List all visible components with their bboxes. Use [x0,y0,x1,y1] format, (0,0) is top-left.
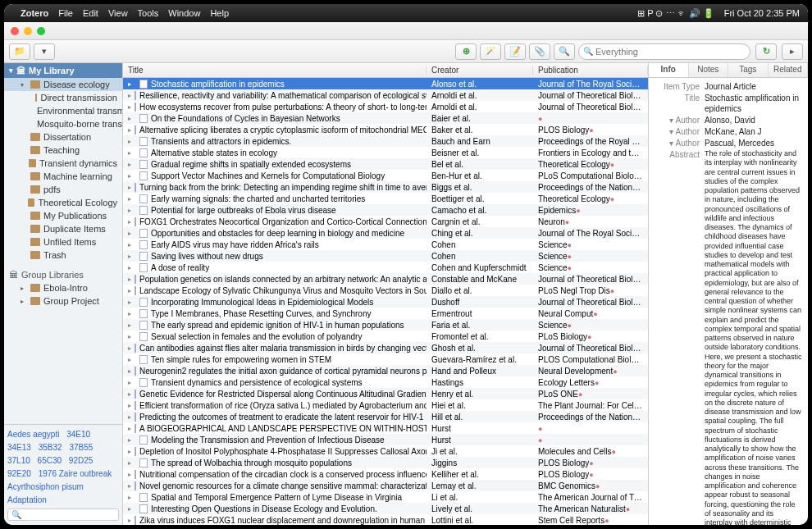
tag-item[interactable]: 37L10 [7,456,30,465]
advanced-search-button[interactable]: 🔍 [554,43,575,60]
inspector-tab-tags[interactable]: Tags [728,63,769,77]
item-row[interactable]: ▸Incorporating Immunological Ideas in Ep… [123,296,648,308]
tag-item[interactable]: 34E13 [7,443,31,452]
item-row[interactable]: ▸Population genetics on islands connecte… [123,273,648,285]
menu-tools[interactable]: Tools [138,8,159,18]
group-libraries-header[interactable]: 🏛 Group Libraries [4,268,122,281]
item-row[interactable]: ▸Efficient transformation of rice (Oryza… [123,399,648,411]
item-row[interactable]: ▸Neurogenin2 regulates the initial axon … [123,365,648,376]
status-icon[interactable]: 🔊 [689,8,700,18]
item-row[interactable]: ▸Resilience, reactivity and variability:… [123,89,648,101]
item-row[interactable]: ▸Potential for large outbreaks of Ebola … [123,204,648,216]
field-value[interactable]: Stochastic amplification in epidemics [705,93,803,114]
status-icon[interactable]: P [647,8,653,18]
collection-item[interactable]: Theoretical Ecology [4,196,122,209]
status-icon[interactable]: ᯤ [677,8,687,18]
tag-item[interactable]: 65C30 [38,456,62,465]
tag-item[interactable]: 34E10 [66,430,90,439]
field-value[interactable]: Journal Article [705,81,803,92]
field-value[interactable]: Pascual, Mercedes [705,138,803,148]
column-publication[interactable]: Publication [533,66,648,75]
item-row[interactable]: ▸Early warning signals: the charted and … [123,193,648,204]
minimize-window-icon[interactable] [24,27,32,35]
menu-file[interactable]: File [58,8,73,18]
attach-button[interactable]: 📎 [529,43,550,60]
item-row[interactable]: ▸Modeling the Transmission and Preventio… [123,434,648,445]
item-row[interactable]: ▸Alternative stable states in ecology Be… [123,147,648,158]
item-row[interactable]: ▸Transients and attractors in epidemics.… [123,135,648,147]
column-creator[interactable]: Creator [427,66,533,75]
collection-item[interactable]: Machine learning [4,170,122,183]
inspector-tab-notes[interactable]: Notes [689,63,729,77]
close-window-icon[interactable] [11,27,19,35]
group-item[interactable]: ▸Group Project [4,294,122,308]
item-row[interactable]: ▸Spatial and Temporal Emergence Pattern … [123,491,648,503]
tag-item[interactable]: Adaptation [7,495,47,504]
item-row[interactable]: ▸Depletion of Inositol Polyphosphate 4-P… [123,445,648,457]
item-row[interactable]: ▸The early spread and epidemic ignition … [123,319,648,331]
collection-item[interactable]: Duplicate Items [4,222,122,235]
status-icon[interactable]: ⋯ [666,8,675,18]
item-row[interactable]: ▸Nutritional compensation of the circadi… [123,468,648,480]
add-by-identifier-button[interactable]: 🪄 [480,43,501,60]
item-row[interactable]: ▸Type I Membranes, Phase Resetting Curve… [123,308,648,319]
collection-item[interactable]: Trash [4,249,122,262]
item-row[interactable]: ▸Interesting Open Questions in Disease E… [123,503,648,514]
item-row[interactable]: ▸Predicting the outcomes of treatment to… [123,411,648,422]
new-collection-button[interactable]: 📁 [9,43,30,60]
collection-item[interactable]: Dissertation [4,130,122,144]
inspector-tab-related[interactable]: Related [769,63,809,77]
group-item[interactable]: ▸Ebola-Intro [4,281,122,294]
new-item-button[interactable]: ⊕ [455,43,477,60]
tag-item[interactable]: 37B55 [69,443,93,452]
item-row[interactable]: ▸Zika virus induces FOXG1 nuclear displa… [123,514,648,525]
tag-item[interactable]: Aedes aegypti [7,430,59,439]
menu-help[interactable]: Help [210,8,229,18]
field-value[interactable]: McKane, Alan J [705,126,803,137]
item-row[interactable]: ▸A dose of reality Cohen and Kupferschmi… [123,262,648,273]
tag-item[interactable]: 35B32 [39,443,62,452]
item-row[interactable]: ▸Stochastic amplification in epidemics A… [123,78,648,89]
item-row[interactable]: ▸How ecosystems recover from pulse pertu… [123,101,648,112]
collection-item[interactable]: Teaching [4,144,122,157]
collection-item[interactable]: pdfs [4,183,122,196]
item-row[interactable]: ▸Turning back from the brink: Detecting … [123,181,648,193]
app-name[interactable]: Zotero [21,8,48,18]
menu-view[interactable]: View [108,8,128,18]
item-row[interactable]: ▸Saving lives without new drugs Cohen Sc… [123,250,648,262]
collection-item[interactable]: My Publications [4,209,122,222]
collection-item[interactable]: Mosquito-borne transmission [4,117,122,130]
tag-item[interactable]: 1976 Zaire outbreak [39,469,112,478]
locate-button[interactable]: ▸ [782,43,803,60]
item-row[interactable]: ▸The spread of Wolbachia through mosquit… [123,457,648,468]
item-row[interactable]: ▸FOXG1 Orchestrates Neocortical Organiza… [123,216,648,227]
item-row[interactable]: ▸Sexual selection in females and the evo… [123,331,648,342]
abstract-text[interactable]: The role of stochasticity and its interp… [705,149,803,525]
inspector-tab-info[interactable]: Info [649,63,689,77]
item-row[interactable]: ▸Gradual regime shifts in spatially exte… [123,158,648,170]
tag-item[interactable]: 92D25 [69,456,93,465]
item-row[interactable]: ▸Ten simple rules for empowering women i… [123,353,648,365]
item-row[interactable]: ▸Alternative splicing liberates a crypti… [123,124,648,135]
tag-item[interactable]: Acyrthosiphon pisum [7,482,84,491]
column-headers[interactable]: Title Creator Publication [123,63,648,78]
collection-item[interactable]: Environmental transmission [4,104,122,117]
item-row[interactable]: ▸Landscape Ecology of Sylvatic Chikungun… [123,285,648,296]
item-row[interactable]: ▸A BIOGEOGRAPHICAL AND LANDSCAPE PERSPEC… [123,422,648,434]
item-list[interactable]: ▸Stochastic amplification in epidemics A… [123,78,648,525]
collection-item[interactable]: ▾Disease ecology [4,78,122,91]
search-input[interactable] [578,43,750,60]
tag-item[interactable]: 92E20 [7,469,31,478]
item-row[interactable]: ▸Opportunities and obstacles for deep le… [123,227,648,239]
new-group-button[interactable]: ▾ [34,43,55,60]
status-icon[interactable]: ⊞ [637,8,645,18]
item-row[interactable]: ▸Support Vector Machines and Kernels for… [123,170,648,181]
my-library-header[interactable]: 🏛My Library [4,63,122,78]
item-row[interactable]: ▸Can antibodies against flies alter mala… [123,342,648,353]
maximize-window-icon[interactable] [37,27,45,35]
menu-edit[interactable]: Edit [83,8,98,18]
collection-item[interactable]: Unfiled Items [4,235,122,249]
new-note-button[interactable]: 📝 [504,43,526,60]
tag-filter-input[interactable] [7,508,119,521]
sync-button[interactable]: ↻ [755,43,777,60]
